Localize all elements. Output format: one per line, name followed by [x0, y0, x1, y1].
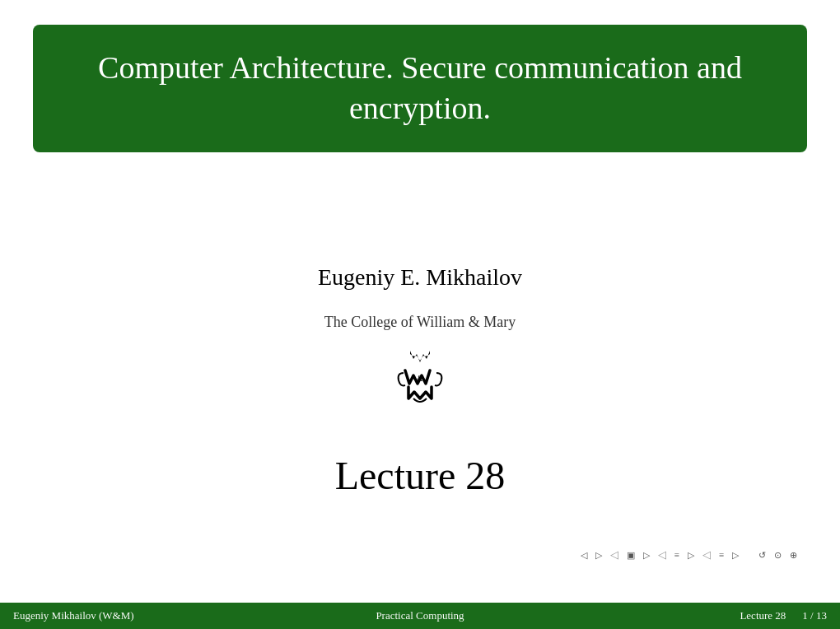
nav-frame-prev[interactable]: ▣: [625, 549, 637, 561]
nav-prev-icon[interactable]: ◁: [579, 549, 589, 561]
nav-sep1: ◁: [610, 548, 618, 561]
institution-name: The College of William & Mary: [324, 314, 516, 331]
nav-sep2: ◁: [658, 548, 666, 561]
footer-lecture: Lecture 28: [740, 609, 786, 622]
author-name: Eugeniy E. Mikhailov: [318, 264, 522, 291]
svg-text:&: &: [417, 374, 423, 383]
slide-main: Computer Architecture. Secure communicat…: [0, 0, 840, 603]
lecture-label: Lecture 28: [335, 453, 506, 498]
nav-section-next[interactable]: ▷: [686, 549, 696, 561]
nav-frame-next[interactable]: ▷: [642, 549, 651, 561]
nav-section2-next[interactable]: ▷: [730, 549, 740, 561]
nav-back-icon[interactable]: ↺: [757, 549, 768, 561]
content-area: Eugeniy E. Mikhailov The College of Will…: [318, 177, 522, 586]
nav-section2-prev[interactable]: ≡: [717, 549, 726, 561]
nav-section-prev[interactable]: ≡: [673, 549, 681, 561]
nav-search-icon[interactable]: ⊙: [772, 549, 783, 561]
footer-title: Practical Computing: [284, 609, 555, 622]
nav-zoom-icon[interactable]: ⊕: [788, 549, 799, 561]
footer-right: Lecture 28 1 / 13: [556, 609, 840, 622]
nav-next-icon[interactable]: ▷: [594, 549, 604, 561]
college-crest: &: [387, 344, 453, 420]
nav-sep3: ◁: [702, 548, 711, 561]
footer-page: 1 / 13: [802, 609, 827, 622]
footer-bar: Eugeniy Mikhailov (W&M) Practical Comput…: [0, 603, 840, 629]
slide-title: Computer Architecture. Secure communicat…: [66, 48, 774, 129]
footer-author: Eugeniy Mikhailov (W&M): [0, 609, 284, 622]
nav-controls: ◁ ▷ ◁ ▣ ▷ ◁ ≡ ▷ ◁ ≡ ▷ ↺ ⊙ ⊕: [579, 548, 799, 561]
title-box: Computer Architecture. Secure communicat…: [33, 25, 807, 152]
slide-container: Computer Architecture. Secure communicat…: [0, 0, 840, 629]
